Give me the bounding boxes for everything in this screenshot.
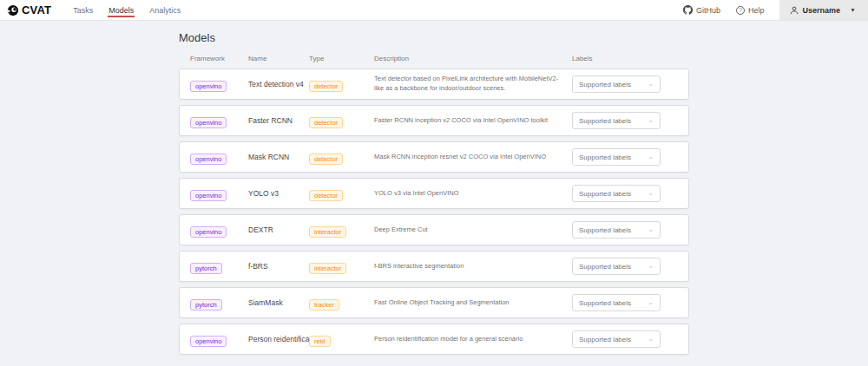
type-tag: detector [309, 117, 343, 128]
model-type-cell: detector [309, 149, 374, 165]
model-type-cell: interactor [309, 258, 374, 274]
cvat-logo[interactable]: CVAT [7, 3, 51, 16]
column-header-framework: Framework [190, 55, 248, 62]
top-navbar: CVAT Tasks Models Analytics GitHub ? Hel… [0, 0, 868, 21]
supported-labels-placeholder: Supported labels [579, 263, 631, 271]
model-framework-cell: pytorch [190, 295, 248, 310]
user-menu[interactable]: Username ▼ [779, 0, 868, 20]
model-labels-cell: Supported labels ⌄ [572, 221, 678, 239]
nav-item-analytics[interactable]: Analytics [141, 0, 188, 20]
type-tag: detector [309, 81, 343, 92]
model-description: Deep Extreme Cut [374, 225, 572, 235]
chevron-down-icon: ⌄ [648, 154, 654, 160]
chevron-down-icon: ⌄ [648, 190, 654, 197]
model-row: pytorch SiamMask tracker Fast Online Obj… [179, 287, 689, 318]
supported-labels-placeholder: Supported labels [579, 190, 631, 198]
help-link[interactable]: ? Help [728, 0, 773, 20]
model-framework-cell: openvino [190, 222, 248, 238]
model-name: Person reidentificati... [248, 335, 309, 343]
supported-labels-select[interactable]: Supported labels ⌄ [572, 185, 661, 202]
model-row: openvino Person reidentificati... reid P… [179, 324, 689, 355]
github-link[interactable]: GitHub [675, 0, 728, 20]
framework-tag: openvino [190, 81, 227, 92]
model-type-cell: detector [309, 76, 374, 92]
model-description: Person reidentification model for a gene… [374, 335, 572, 344]
model-framework-cell: openvino [190, 113, 248, 128]
framework-tag: openvino [190, 336, 227, 347]
page-title: Models [179, 31, 689, 44]
model-description: Faster RCNN inception v2 COCO via Intel … [374, 116, 572, 126]
type-tag: detector [309, 154, 343, 165]
model-description: Mask RCNN inception resnet v2 COCO via I… [374, 153, 572, 162]
model-name: YOLO v3 [248, 189, 309, 198]
supported-labels-placeholder: Supported labels [579, 154, 631, 161]
column-header-description: Description [374, 55, 572, 62]
model-name: f-BRS [248, 262, 309, 271]
supported-labels-placeholder: Supported labels [579, 299, 631, 307]
model-description: Fast Online Object Tracking and Segmenta… [374, 298, 572, 308]
chevron-down-icon: ⌄ [648, 226, 654, 233]
nav-item-models[interactable]: Models [101, 0, 141, 20]
model-type-cell: interactor [309, 222, 374, 238]
navbar-right: GitHub ? Help Username ▼ [675, 0, 868, 20]
username-label: Username [803, 6, 841, 15]
chevron-down-icon: ⌄ [648, 299, 654, 306]
model-row: openvino Text detection v4 detector Text… [179, 69, 689, 100]
column-headers: Framework Name Type Description Labels [179, 55, 689, 62]
model-labels-cell: Supported labels ⌄ [572, 258, 678, 275]
model-description: Text detector based on PixelLink archite… [374, 75, 572, 94]
model-type-cell: detector [309, 186, 374, 201]
model-row: openvino Faster RCNN detector Faster RCN… [179, 105, 689, 136]
model-row: openvino DEXTR interactor Deep Extreme C… [179, 214, 689, 245]
supported-labels-select[interactable]: Supported labels ⌄ [572, 258, 661, 275]
framework-tag: openvino [190, 190, 227, 201]
model-name: SiamMask [248, 298, 309, 307]
framework-tag: openvino [190, 117, 227, 128]
model-labels-cell: Supported labels ⌄ [572, 330, 678, 348]
column-header-labels: Labels [572, 55, 678, 62]
navbar-left: CVAT Tasks Models Analytics [7, 0, 188, 20]
model-type-cell: tracker [309, 295, 374, 310]
framework-tag: openvino [190, 226, 227, 238]
model-labels-cell: Supported labels ⌄ [572, 294, 678, 311]
supported-labels-select[interactable]: Supported labels ⌄ [572, 148, 661, 166]
supported-labels-placeholder: Supported labels [579, 226, 631, 234]
model-labels-cell: Supported labels ⌄ [572, 148, 678, 166]
cvat-logo-text: CVAT [22, 3, 51, 16]
framework-tag: pytorch [190, 263, 222, 274]
model-name: DEXTR [248, 225, 309, 234]
supported-labels-select[interactable]: Supported labels ⌄ [572, 294, 661, 311]
type-tag: tracker [309, 299, 339, 310]
github-label: GitHub [696, 6, 720, 15]
github-icon [683, 5, 693, 15]
model-labels-cell: Supported labels ⌄ [572, 112, 678, 129]
chevron-down-icon: ⌄ [648, 336, 654, 343]
supported-labels-placeholder: Supported labels [579, 117, 631, 125]
supported-labels-placeholder: Supported labels [579, 81, 631, 88]
nav-item-tasks[interactable]: Tasks [65, 0, 101, 20]
supported-labels-select[interactable]: Supported labels ⌄ [572, 221, 661, 239]
model-name: Mask RCNN [248, 153, 309, 161]
model-labels-cell: Supported labels ⌄ [572, 185, 678, 202]
framework-tag: pytorch [190, 299, 222, 310]
column-header-type: Type [309, 55, 374, 62]
model-labels-cell: Supported labels ⌄ [572, 75, 678, 93]
model-framework-cell: pytorch [190, 258, 248, 274]
model-framework-cell: openvino [190, 331, 248, 347]
model-row: openvino Mask RCNN detector Mask RCNN in… [179, 141, 689, 173]
model-row: pytorch f-BRS interactor f-BRS interacti… [179, 251, 689, 282]
supported-labels-select[interactable]: Supported labels ⌄ [572, 330, 661, 348]
model-description: YOLO v3 via Intel OpenVINO [374, 189, 572, 199]
supported-labels-select[interactable]: Supported labels ⌄ [572, 112, 661, 129]
model-type-cell: reid [309, 331, 374, 347]
model-framework-cell: openvino [190, 186, 248, 201]
model-type-cell: detector [309, 113, 374, 128]
help-icon: ? [736, 6, 745, 15]
column-header-name: Name [248, 55, 309, 62]
models-page: Models Framework Name Type Description L… [0, 21, 868, 355]
main-nav: Tasks Models Analytics [65, 0, 188, 20]
model-framework-cell: openvino [190, 76, 248, 92]
supported-labels-select[interactable]: Supported labels ⌄ [572, 75, 661, 93]
model-list: openvino Text detection v4 detector Text… [179, 69, 689, 355]
user-icon [790, 6, 799, 15]
